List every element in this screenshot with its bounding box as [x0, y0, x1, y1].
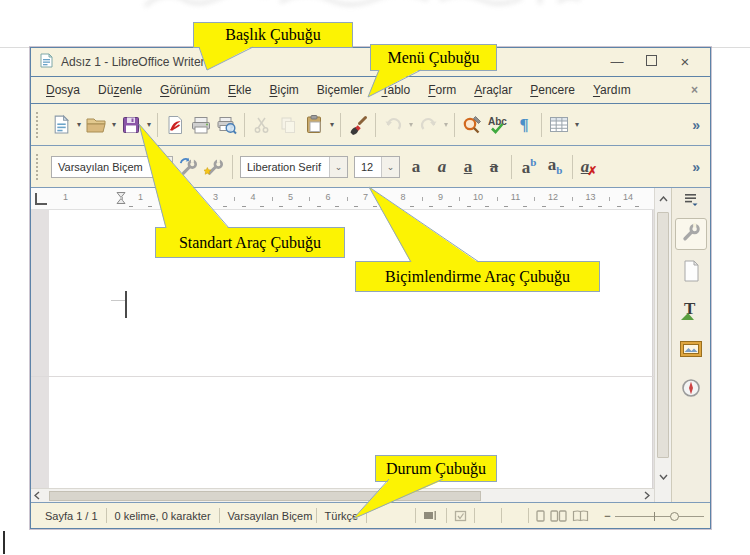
undo-dropdown-icon[interactable]: ▾: [407, 120, 415, 129]
zoom-out-icon[interactable]: −: [604, 510, 610, 522]
redo-button[interactable]: [415, 110, 441, 140]
strikethrough-button[interactable]: a: [481, 152, 507, 182]
toolbar-overflow-icon[interactable]: »: [690, 117, 708, 133]
vertical-scrollbar-thumb[interactable]: [657, 212, 669, 458]
ruler-number: 13: [585, 192, 595, 202]
save-dropdown-icon[interactable]: ▾: [145, 120, 153, 129]
zoom-handle[interactable]: [670, 512, 679, 521]
toolbar-separator: [232, 155, 233, 179]
zoom-slider[interactable]: −: [604, 510, 704, 522]
print-button[interactable]: [188, 110, 214, 140]
ruler-number: 3: [213, 192, 218, 202]
scroll-up-button[interactable]: [654, 188, 671, 210]
close-document-icon[interactable]: ×: [685, 83, 704, 97]
tab-stop-selector[interactable]: [35, 193, 47, 205]
save-button[interactable]: [118, 110, 144, 140]
menu-pencere[interactable]: Pencere: [521, 79, 584, 101]
underline-button[interactable]: a: [455, 152, 481, 182]
sidebar-tab-navigator[interactable]: [675, 374, 707, 406]
window-title: Adsız 1 - LibreOffice Writer: [61, 55, 600, 69]
menu-dosya[interactable]: Dosya: [37, 79, 89, 101]
redo-dropdown-icon[interactable]: ▾: [442, 120, 450, 129]
toolbar-separator: [375, 113, 376, 137]
export-pdf-button[interactable]: [162, 110, 188, 140]
horizontal-scrollbar-thumb[interactable]: [49, 491, 481, 501]
sidebar-tab-styles[interactable]: T: [675, 296, 707, 328]
font-size-combo[interactable]: 12⌄: [354, 156, 400, 178]
print-preview-button[interactable]: [214, 110, 240, 140]
toolbar-grip[interactable]: [36, 112, 43, 138]
menu-biçim[interactable]: Biçim: [260, 79, 307, 101]
ruler-number: 8: [400, 192, 405, 202]
scroll-right-button[interactable]: [644, 489, 650, 502]
menu-biçemler[interactable]: Biçemler: [308, 79, 373, 101]
toolbar-grip[interactable]: [36, 154, 43, 180]
open-dropdown-icon[interactable]: ▾: [110, 120, 118, 129]
sidebar-tab-gallery[interactable]: [675, 335, 707, 367]
minimize-button[interactable]: —: [600, 49, 634, 75]
word-count[interactable]: 0 kelime, 0 karakter: [107, 510, 219, 522]
insert-table-button[interactable]: [546, 110, 572, 140]
sidebar-tab-page[interactable]: [675, 257, 707, 289]
gallery-icon: [679, 339, 703, 363]
page-number-indicator[interactable]: Sayfa 1 / 1: [37, 510, 106, 522]
ruler-number: 12: [548, 192, 558, 202]
formatting-marks-button[interactable]: ¶: [511, 110, 537, 140]
scroll-left-button[interactable]: [34, 489, 40, 502]
menu-yardım[interactable]: Yardım: [584, 79, 640, 101]
font-name-combo[interactable]: Liberation Serif⌄: [240, 156, 348, 178]
new-style-button[interactable]: [202, 152, 228, 182]
find-replace-button[interactable]: [459, 110, 485, 140]
paste-dropdown-icon[interactable]: ▾: [328, 120, 336, 129]
paste-button[interactable]: [301, 110, 327, 140]
menu-ekle[interactable]: Ekle: [219, 79, 260, 101]
undo-button[interactable]: [380, 110, 406, 140]
clear-formatting-button[interactable]: a✗: [577, 152, 603, 182]
ruler-scale[interactable]: 11234567891011121314: [47, 188, 654, 209]
ruler-number: 7: [363, 192, 368, 202]
subscript-button[interactable]: ab: [542, 152, 568, 182]
insert-table-dropdown-icon[interactable]: ▾: [573, 120, 581, 129]
open-button[interactable]: [83, 110, 109, 140]
chevron-down-icon[interactable]: ⌄: [329, 157, 347, 177]
single-page-view-icon[interactable]: [536, 510, 545, 522]
new-document-dropdown-icon[interactable]: ▾: [75, 120, 83, 129]
language-indicator[interactable]: Türkçe: [317, 510, 367, 522]
document-modified-icon[interactable]: [447, 510, 474, 522]
menu-düzenle[interactable]: Düzenle: [89, 79, 151, 101]
page-style-indicator[interactable]: Varsayılan Biçem: [220, 510, 316, 522]
horizontal-ruler[interactable]: 11234567891011121314: [31, 188, 654, 210]
menu-görünüm[interactable]: Görünüm: [151, 79, 219, 101]
toolbar-separator: [572, 155, 573, 179]
italic-button[interactable]: a: [429, 152, 455, 182]
selection-mode-icon[interactable]: [416, 510, 446, 521]
menu-form[interactable]: Form: [419, 79, 465, 101]
paragraph-style-combo[interactable]: Varsayılan Biçem⌄: [51, 156, 173, 178]
multi-page-view-icon[interactable]: [550, 510, 567, 522]
horizontal-scrollbar[interactable]: [31, 488, 654, 502]
page[interactable]: [49, 210, 653, 488]
scroll-down-button[interactable]: [655, 474, 671, 480]
update-style-button[interactable]: [176, 152, 202, 182]
sidebar-tab-properties[interactable]: [675, 218, 707, 250]
toolbar-overflow-icon[interactable]: »: [690, 159, 708, 175]
menu-tablo[interactable]: Tablo: [372, 79, 419, 101]
close-button[interactable]: ×: [668, 49, 702, 75]
maximize-button[interactable]: [634, 49, 668, 75]
vertical-scrollbar[interactable]: [654, 210, 671, 488]
chevron-down-icon[interactable]: ⌄: [381, 157, 399, 177]
ruler-number: 9: [438, 192, 443, 202]
menu-araçlar[interactable]: Araçlar: [465, 79, 521, 101]
chevron-down-icon[interactable]: ⌄: [154, 157, 172, 177]
book-view-icon[interactable]: [572, 510, 589, 522]
bold-button[interactable]: a: [403, 152, 429, 182]
cut-button[interactable]: [249, 110, 275, 140]
superscript-button[interactable]: ab: [516, 152, 542, 182]
callout-menu-bar: Menü Çubuğu: [370, 44, 497, 71]
clone-formatting-button[interactable]: [345, 110, 371, 140]
ruler-number: 5: [288, 192, 293, 202]
sidebar-settings-button[interactable]: [671, 188, 710, 210]
new-document-button[interactable]: [48, 110, 74, 140]
copy-button[interactable]: [275, 110, 301, 140]
spelling-button[interactable]: Abc: [485, 110, 511, 140]
